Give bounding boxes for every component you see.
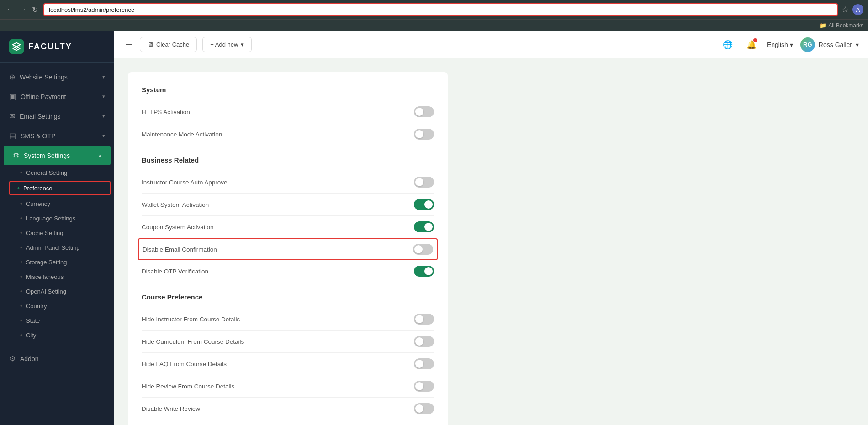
- disable-otp-toggle[interactable]: [414, 266, 434, 277]
- hide-instructor-toggle[interactable]: [414, 314, 434, 325]
- submenu-item-label: OpenAI Setting: [26, 288, 66, 295]
- setting-row-hide-instructor: Hide Instructor From Course Details: [142, 308, 434, 331]
- user-profile[interactable]: RG Ross Galler ▾: [800, 37, 859, 52]
- star-icon[interactable]: ☆: [842, 5, 849, 15]
- chevron-down-icon: ▾: [241, 41, 244, 48]
- sidebar-item-email-settings[interactable]: ✉ Email Settings ▾: [0, 106, 114, 126]
- bookmarks-bar: 📁 All Bookmarks: [0, 19, 868, 31]
- address-bar[interactable]: [43, 3, 838, 16]
- profile-icon[interactable]: A: [852, 4, 863, 15]
- main-content: ☰ 🖥 Clear Cache + Add new ▾ 🌐 🔔: [114, 31, 868, 425]
- submenu-item-city[interactable]: City: [0, 328, 114, 342]
- logo-text: FACULTY: [28, 42, 72, 52]
- setting-row-disable-email: Disable Email Confirmation: [138, 238, 438, 260]
- language-selector[interactable]: English ▾: [767, 41, 793, 48]
- system-section: System HTTPS Activation Maintenance Mode…: [142, 86, 434, 145]
- setting-label: Disable Write Review: [142, 405, 200, 412]
- maintenance-toggle[interactable]: [414, 129, 434, 140]
- setting-label: Disable OTP Verification: [142, 268, 208, 275]
- setting-row-hide-faq: Hide FAQ From Course Details: [142, 353, 434, 375]
- toggle-slider: [414, 336, 434, 347]
- system-section-title: System: [142, 86, 434, 94]
- content-area: System HTTPS Activation Maintenance Mode…: [114, 58, 868, 425]
- sidebar-item-sms-otp[interactable]: ▤ SMS & OTP ▾: [0, 126, 114, 146]
- wallet-system-toggle[interactable]: [414, 199, 434, 210]
- submenu-item-label: Preference: [23, 185, 53, 192]
- submenu-item-country[interactable]: Country: [0, 299, 114, 313]
- logo-icon: [9, 39, 24, 54]
- bookmarks-label: 📁 All Bookmarks: [820, 22, 863, 29]
- business-section-title: Business Related: [142, 156, 434, 164]
- forward-button[interactable]: →: [17, 5, 28, 15]
- setting-row-disable-otp: Disable OTP Verification: [142, 260, 434, 282]
- submenu-item-state[interactable]: State: [0, 313, 114, 328]
- setting-label: HTTPS Activation: [142, 109, 190, 115]
- sidebar-item-label: SMS & OTP: [21, 132, 55, 140]
- chevron-down-icon: ▾: [102, 133, 105, 139]
- disable-write-review-toggle[interactable]: [414, 403, 434, 414]
- submenu-item-label: Storage Setting: [26, 259, 67, 266]
- submenu-item-storage-setting[interactable]: Storage Setting: [0, 255, 114, 269]
- submenu-item-label: Language Settings: [26, 215, 75, 222]
- avatar: RG: [800, 37, 815, 52]
- submenu-item-currency[interactable]: Currency: [0, 196, 114, 211]
- email-settings-icon: ✉: [9, 112, 15, 121]
- topbar: ☰ 🖥 Clear Cache + Add new ▾ 🌐 🔔: [114, 31, 868, 58]
- hide-curriculum-toggle[interactable]: [414, 336, 434, 347]
- setting-row-maintenance: Maintenance Mode Activation: [142, 123, 434, 145]
- submenu-item-preference[interactable]: Preference: [9, 181, 111, 195]
- setting-label: Hide Instructor From Course Details: [142, 316, 240, 323]
- course-section-title: Course Preference: [142, 293, 434, 301]
- toggle-slider: [413, 244, 433, 255]
- browser-action-buttons: ☆ A: [842, 4, 863, 15]
- submenu-item-language-settings[interactable]: Language Settings: [0, 211, 114, 226]
- disable-email-toggle[interactable]: [413, 244, 433, 255]
- submenu-item-label: Currency: [26, 200, 50, 207]
- submenu-item-openai-setting[interactable]: OpenAI Setting: [0, 284, 114, 299]
- settings-panel: System HTTPS Activation Maintenance Mode…: [128, 72, 448, 425]
- setting-row-hide-organization: Hide Organization From Course Details: [142, 420, 434, 425]
- monitor-icon: 🖥: [148, 41, 153, 48]
- refresh-button[interactable]: ↻: [30, 5, 40, 15]
- toggle-slider: [414, 199, 434, 210]
- sidebar-item-system-settings[interactable]: ⚙ System Settings ▴: [4, 146, 111, 165]
- setting-label: Hide Review From Course Details: [142, 383, 234, 390]
- submenu-item-miscellaneous[interactable]: Miscellaneous: [0, 269, 114, 284]
- globe-icon: 🌐: [723, 40, 733, 50]
- add-new-label: + Add new: [210, 41, 238, 48]
- instructor-auto-approve-toggle[interactable]: [414, 177, 434, 188]
- addon-icon: ⚙: [9, 354, 16, 363]
- notification-button[interactable]: 🔔: [743, 37, 760, 53]
- setting-row-wallet-system: Wallet System Activation: [142, 194, 434, 216]
- submenu-item-label: City: [26, 332, 36, 339]
- back-button[interactable]: ←: [5, 5, 16, 15]
- chevron-down-icon: ▾: [102, 74, 105, 80]
- sidebar-item-addon[interactable]: ⚙ Addon: [0, 349, 114, 368]
- submenu-item-cache-setting[interactable]: Cache Setting: [0, 226, 114, 240]
- sidebar-item-website-settings[interactable]: ⊕ Website Settings ▾: [0, 67, 114, 87]
- sidebar-item-label: Addon: [20, 355, 38, 362]
- toggle-slider: [414, 129, 434, 140]
- add-new-button[interactable]: + Add new ▾: [202, 37, 252, 52]
- globe-button[interactable]: 🌐: [720, 37, 736, 53]
- system-settings-icon: ⚙: [13, 151, 19, 160]
- sidebar-item-label: Website Settings: [20, 73, 68, 81]
- website-settings-icon: ⊕: [9, 73, 15, 81]
- hide-review-toggle[interactable]: [414, 381, 434, 392]
- submenu-item-general-setting[interactable]: General Setting: [0, 165, 114, 180]
- sidebar-item-offline-payment[interactable]: ▣ Offline Payment ▾: [0, 87, 114, 106]
- coupon-system-toggle[interactable]: [414, 221, 434, 232]
- clear-cache-button[interactable]: 🖥 Clear Cache: [140, 37, 197, 52]
- setting-label: Wallet System Activation: [142, 201, 209, 208]
- sidebar-item-label: System Settings: [24, 152, 70, 159]
- hamburger-button[interactable]: ☰: [123, 38, 134, 52]
- hide-faq-toggle[interactable]: [414, 358, 434, 369]
- language-label: English: [767, 41, 788, 48]
- chevron-down-icon: ▾: [102, 113, 105, 119]
- setting-row-hide-review: Hide Review From Course Details: [142, 375, 434, 398]
- setting-row-coupon-system: Coupon System Activation: [142, 216, 434, 238]
- https-toggle[interactable]: [414, 106, 434, 117]
- chevron-down-icon: ▾: [102, 94, 105, 100]
- submenu-item-admin-panel-setting[interactable]: Admin Panel Setting: [0, 240, 114, 255]
- chevron-down-icon: ▾: [856, 41, 859, 48]
